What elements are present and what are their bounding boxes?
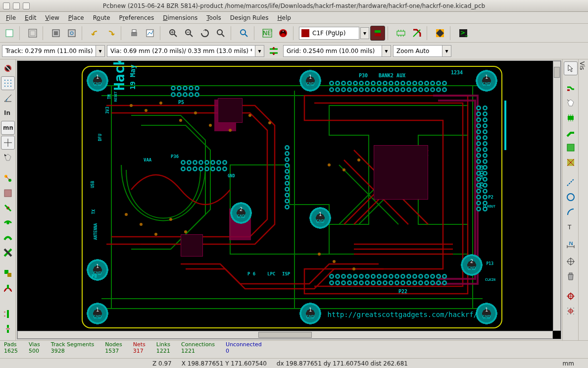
netlist-button[interactable]: NET: [260, 26, 275, 41]
polar-coord-button[interactable]: [1, 91, 15, 105]
zoom-in-button[interactable]: [166, 26, 181, 41]
add-circle-button[interactable]: [564, 190, 578, 204]
svg-rect-75: [567, 144, 574, 151]
layer-manager-toggle-button[interactable]: [1, 266, 15, 280]
local-ratsnest-button[interactable]: [564, 96, 578, 110]
window-close-button[interactable]: [23, 2, 30, 9]
menu-design-rules[interactable]: Design Rules: [226, 13, 273, 23]
find-button[interactable]: [237, 26, 251, 41]
left-toolbar: In mm: [0, 59, 16, 340]
grid-combo[interactable]: ▾: [283, 45, 391, 57]
menu-place[interactable]: Place: [64, 13, 88, 23]
module-editor-button[interactable]: [49, 26, 63, 41]
print-button[interactable]: [127, 26, 142, 41]
zoom-out-button[interactable]: [182, 26, 196, 41]
new-board-button[interactable]: [2, 26, 17, 41]
pcb-canvas[interactable]: 1GND 1GND 1GND 1GND 1GND 1GND 2GND 1GND …: [17, 60, 561, 339]
mw-gap-button[interactable]: [1, 322, 15, 336]
zoom-input[interactable]: [393, 45, 442, 57]
svg-point-30: [10, 80, 11, 81]
mw-line-button[interactable]: [1, 307, 15, 321]
menu-view[interactable]: View: [41, 13, 63, 23]
menu-file[interactable]: File: [2, 13, 20, 23]
svg-point-35: [7, 86, 8, 87]
grid-visible-button[interactable]: [1, 76, 15, 90]
drc-off-button[interactable]: [1, 61, 15, 75]
auto-delete-track-button[interactable]: [1, 171, 15, 185]
plot-button[interactable]: [143, 26, 157, 41]
cursor-shape-button[interactable]: [1, 136, 15, 150]
undo-button[interactable]: [88, 26, 102, 41]
page-settings-button[interactable]: [25, 26, 40, 41]
track-width-dropdown[interactable]: ▾: [96, 45, 105, 57]
vertical-scrollbar[interactable]: [553, 61, 561, 331]
units-mm-button[interactable]: mm: [1, 121, 15, 135]
drc-button[interactable]: [276, 26, 291, 41]
microwave-toolbar-button[interactable]: [1, 281, 15, 295]
zoom-dropdown[interactable]: ▾: [442, 45, 451, 57]
options-toolbar: ▾ ▾ ▾ ▾: [0, 43, 588, 59]
auto-track-width-button[interactable]: [266, 44, 281, 58]
menu-dimensions[interactable]: Dimensions: [159, 13, 201, 23]
add-text-button[interactable]: T: [564, 220, 578, 234]
cursor-tool-button[interactable]: [564, 61, 578, 75]
layer-selector-dropdown[interactable]: ▾: [360, 27, 369, 39]
freeroute-button[interactable]: [433, 26, 447, 41]
menu-tools[interactable]: Tools: [202, 13, 225, 23]
add-zone-button[interactable]: [564, 141, 578, 155]
pad-outline-button[interactable]: [1, 201, 15, 215]
coord-xy: X 198.877651 Y 171.607540: [182, 360, 267, 367]
via-size-dropdown[interactable]: ▾: [255, 45, 264, 57]
menu-route[interactable]: Route: [89, 13, 114, 23]
delete-button[interactable]: [564, 269, 578, 283]
mode-track-button[interactable]: [409, 26, 424, 41]
set-origin-button[interactable]: [564, 289, 578, 303]
ref-p5: P5: [178, 100, 184, 105]
show-filled-zones-button[interactable]: [1, 186, 15, 200]
module-viewer-button[interactable]: [64, 26, 79, 41]
svg-rect-41: [4, 190, 11, 197]
route-track-button[interactable]: [564, 126, 578, 140]
svg-rect-4: [54, 31, 58, 35]
right-panel-label: Vis: [579, 61, 586, 70]
svg-point-60: [140, 223, 143, 226]
highlight-net-button[interactable]: [564, 81, 578, 95]
via-size-combo[interactable]: ▾: [107, 45, 264, 57]
menu-edit[interactable]: Edit: [21, 13, 40, 23]
ratsnest-button[interactable]: [1, 151, 15, 164]
layer-pair-button[interactable]: [370, 26, 385, 41]
add-keepout-button[interactable]: [564, 156, 578, 169]
track-width-combo[interactable]: ▾: [2, 45, 105, 57]
redraw-button[interactable]: [197, 26, 212, 41]
grid-input[interactable]: [283, 45, 382, 57]
units-inch-button[interactable]: In: [1, 106, 15, 120]
redo-button[interactable]: [103, 26, 118, 41]
horizontal-scrollbar[interactable]: [17, 331, 553, 339]
svg-point-63: [184, 230, 187, 233]
track-outline-button[interactable]: [1, 231, 15, 245]
menu-help[interactable]: Help: [273, 13, 294, 23]
track-width-input[interactable]: [2, 45, 96, 57]
menu-preferences[interactable]: Preferences: [115, 13, 158, 23]
grid-origin-button[interactable]: [564, 304, 578, 318]
grid-dropdown[interactable]: ▾: [382, 45, 391, 57]
add-dimension-button[interactable]: N: [564, 240, 578, 254]
add-target-button[interactable]: [564, 255, 578, 268]
svg-point-61: [154, 233, 157, 236]
via-outline-button[interactable]: [1, 216, 15, 230]
add-line-button[interactable]: [564, 175, 578, 189]
svg-rect-74: [568, 116, 574, 120]
high-contrast-button[interactable]: [1, 246, 15, 260]
window-min-button[interactable]: [3, 2, 10, 9]
layer-selector[interactable]: [299, 27, 359, 40]
zoom-combo[interactable]: ▾: [393, 45, 451, 57]
add-footprint-button[interactable]: [564, 111, 578, 125]
zoom-fit-button[interactable]: [213, 26, 228, 41]
layer-manager-panel[interactable]: Vis: [578, 59, 588, 340]
scripting-button[interactable]: >_: [456, 26, 471, 41]
add-arc-button[interactable]: [564, 205, 578, 219]
layer-selector-input[interactable]: [312, 30, 357, 37]
window-max-button[interactable]: [13, 2, 20, 9]
via-size-input[interactable]: [107, 45, 255, 57]
mode-footprint-button[interactable]: [393, 26, 408, 41]
